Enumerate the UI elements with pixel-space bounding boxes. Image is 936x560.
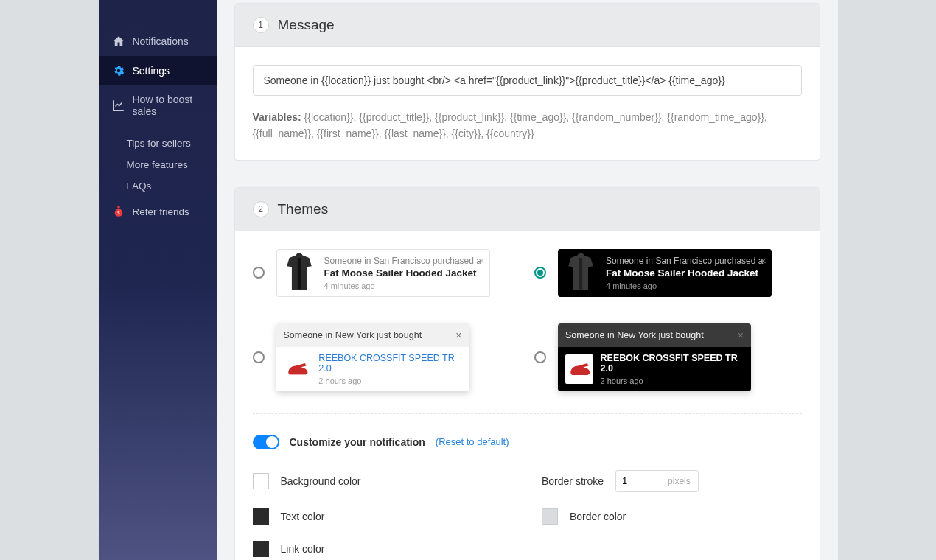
sidebar-item-faqs[interactable]: FAQs (99, 175, 217, 197)
theme-option-light-b[interactable]: Someone in New York just bought × REEBOK… (253, 323, 520, 391)
field-border-color: Border color (542, 508, 802, 525)
unit-label: pixels (660, 476, 698, 486)
color-swatch[interactable] (253, 541, 269, 557)
close-icon[interactable]: × (738, 329, 744, 341)
field-text-color: Text color (253, 508, 513, 525)
notif-top-text: Someone in San Francisco purchased a (324, 256, 483, 266)
customize-label: Customize your notification (290, 436, 425, 448)
close-icon[interactable]: × (455, 329, 461, 341)
panel-title: Themes (278, 201, 329, 217)
notif-product-title: Fat Moose Sailer Hooded Jacket (324, 267, 483, 279)
main-content: 1 Message Variables: {{location}}, {{pro… (217, 0, 838, 560)
notification-preview: × Someone in San Francisco purchased a F… (276, 249, 490, 297)
reset-link[interactable]: (Reset to default) (436, 436, 509, 447)
sidebar: Notifications Settings How to boost sale… (99, 0, 217, 560)
divider (253, 413, 802, 414)
notif-product-title: REEBOK CROSSFIT SPEED TR 2.0 (601, 353, 744, 374)
product-thumb (277, 250, 321, 294)
svg-point-1 (287, 374, 308, 377)
theme-option-dark-b[interactable]: Someone in New York just bought × REEBOK… (534, 323, 802, 391)
field-label: Border stroke (542, 475, 604, 487)
sidebar-item-label: Settings (133, 65, 170, 77)
sidebar-item-label: How to boost sales (133, 94, 203, 117)
notif-product-title: Fat Moose Sailer Hooded Jacket (606, 267, 765, 279)
variables-list: {{location}}, {{product_title}}, {{produ… (253, 111, 767, 139)
panel-message: 1 Message Variables: {{location}}, {{pro… (234, 3, 820, 161)
chart-icon (112, 99, 125, 112)
customize-form: Background color Border stroke pixels Te… (253, 470, 802, 557)
sidebar-item-label: Notifications (133, 35, 189, 47)
sidebar-item-notifications[interactable]: Notifications (99, 27, 217, 56)
field-label: Link color (281, 543, 325, 555)
notif-bar-text: Someone in New York just bought (284, 330, 422, 340)
sidebar-item-label: FAQs (127, 181, 152, 192)
close-icon[interactable]: × (760, 254, 766, 267)
themes-grid: × Someone in San Francisco purchased a F… (253, 249, 802, 391)
notif-top-text: Someone in San Francisco purchased a (606, 256, 765, 266)
panel-header: 2 Themes (235, 188, 820, 231)
border-stroke-input-wrap: pixels (615, 470, 699, 492)
sidebar-item-refer[interactable]: $ Refer friends (99, 200, 217, 223)
radio-icon[interactable] (253, 351, 265, 363)
color-swatch[interactable] (542, 508, 558, 525)
field-link-color: Link color (253, 541, 513, 557)
sidebar-item-label: Refer friends (133, 206, 189, 217)
gear-icon (112, 64, 125, 77)
sidebar-item-more-features[interactable]: More features (99, 154, 217, 175)
border-stroke-input[interactable] (616, 475, 660, 486)
product-thumb (284, 354, 312, 384)
sidebar-item-label: More features (127, 159, 188, 170)
theme-option-light-a[interactable]: × Someone in San Francisco purchased a F… (253, 249, 520, 297)
field-border-stroke: Border stroke pixels (542, 470, 802, 492)
radio-icon[interactable] (253, 267, 265, 279)
close-icon[interactable]: × (478, 254, 485, 267)
notification-preview: Someone in New York just bought × REEBOK… (276, 323, 469, 391)
sidebar-item-boost-sales[interactable]: How to boost sales (99, 85, 217, 125)
step-badge: 1 (253, 17, 269, 33)
radio-icon[interactable] (534, 351, 546, 363)
notif-time: 2 hours ago (601, 377, 744, 385)
variables-help: Variables: {{location}}, {{product_title… (253, 109, 802, 142)
notif-bar-text: Someone in New York just bought (565, 330, 704, 340)
field-label: Background color (281, 475, 361, 487)
sidebar-item-label: Tips for sellers (127, 138, 191, 149)
field-background-color: Background color (253, 470, 513, 492)
product-thumb (565, 354, 593, 384)
step-badge: 2 (253, 201, 269, 217)
panel-themes: 2 Themes × Someone in San Francisco purc… (234, 187, 820, 560)
panel-header: 1 Message (235, 4, 820, 47)
notif-time: 2 hours ago (318, 377, 461, 385)
message-template-input[interactable] (253, 65, 802, 96)
customize-row: Customize your notification (Reset to de… (253, 435, 802, 449)
theme-option-dark-a[interactable]: × Someone in San Francisco purchased a F… (534, 249, 802, 297)
variables-label: Variables: (253, 111, 301, 123)
radio-icon[interactable] (534, 267, 546, 279)
customize-toggle[interactable] (253, 435, 279, 449)
notif-time: 4 minutes ago (606, 281, 765, 290)
sidebar-item-tips[interactable]: Tips for sellers (99, 133, 217, 154)
color-swatch[interactable] (253, 473, 269, 489)
field-label: Text color (281, 511, 325, 522)
notif-time: 4 minutes ago (324, 281, 483, 290)
notification-preview: Someone in New York just bought × REEBOK… (558, 323, 751, 391)
panel-title: Message (278, 17, 335, 33)
field-label: Border color (570, 511, 626, 522)
notif-product-title: REEBOK CROSSFIT SPEED TR 2.0 (318, 353, 461, 374)
color-swatch[interactable] (253, 508, 269, 525)
product-thumb (559, 250, 603, 294)
home-icon (112, 35, 125, 48)
money-bag-icon: $ (112, 205, 125, 218)
notification-preview: × Someone in San Francisco purchased a F… (558, 249, 772, 297)
sidebar-item-settings[interactable]: Settings (99, 56, 217, 85)
